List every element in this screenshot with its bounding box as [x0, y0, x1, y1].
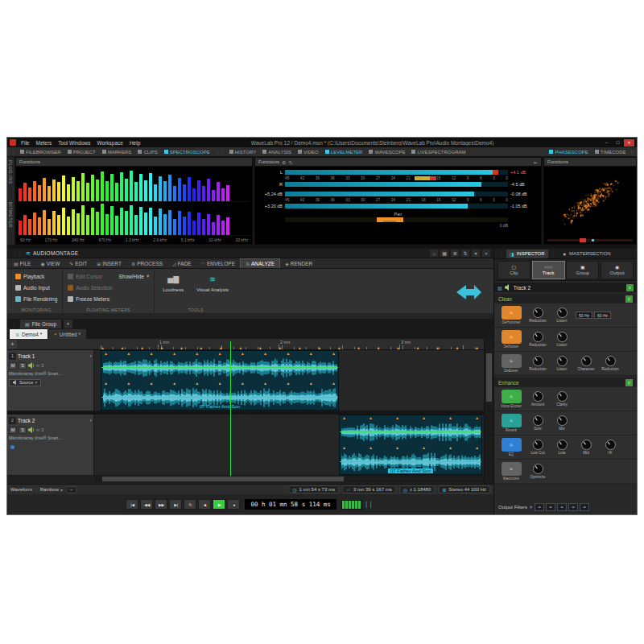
knob-low-cut[interactable]: Low Cut	[526, 440, 550, 455]
menu-icon[interactable]: ▾	[472, 250, 480, 257]
link-icon[interactable]: ∞	[36, 363, 39, 368]
tab-mastersection[interactable]: ★ MASTERSECTION	[559, 250, 614, 258]
audio-input-button[interactable]: Audio Input	[15, 283, 57, 292]
track-1-header[interactable]: 1 Track 1 ▾ M S ∞ ≡ Mikrofonarray (Intel…	[7, 350, 94, 411]
inspector-track-bar[interactable]: ▥ Track 2 ≡	[494, 283, 637, 292]
palette-dropdown[interactable]: Rainbow▾	[40, 487, 63, 493]
ribbon-tab-fade[interactable]: ◿FADE	[167, 258, 196, 268]
track-menu-icon[interactable]: ▾	[89, 353, 92, 358]
track-enable-icon[interactable]: ≡	[626, 284, 634, 291]
knob-dial[interactable]	[581, 440, 592, 450]
audio-selection-button[interactable]: Audio Selection	[68, 283, 112, 292]
zoom-factor-chip[interactable]: ◎x 1:18480	[399, 485, 436, 493]
knob-dial[interactable]	[557, 440, 568, 450]
rewind-button[interactable]: ◀◀	[140, 499, 153, 510]
close-button[interactable]: ×	[624, 139, 634, 147]
transport-time-display[interactable]: 00 h 01 mn 58 s 114 ms	[245, 499, 336, 510]
knob-listen[interactable]: Listen	[550, 332, 574, 347]
record-arm-indicator[interactable]	[10, 445, 14, 449]
selection-length-chip[interactable]: ↔3 mn 39 s 167 ms	[342, 485, 396, 493]
filter-slot-icon[interactable]: ≈	[580, 503, 589, 511]
chevron-down-icon[interactable]: ▾	[530, 504, 532, 510]
tool-tab-markers[interactable]: MARKERS	[99, 147, 135, 156]
module-deesser-button[interactable]: ≈DeEsser	[497, 354, 526, 373]
knob-dial[interactable]	[533, 356, 543, 366]
scrollbar-thumb[interactable]	[102, 477, 344, 481]
dock-icon[interactable]: ⇤	[534, 159, 538, 165]
module-denoiser-button[interactable]: ≈DeNoiser	[497, 330, 526, 349]
link-icon[interactable]: ∞	[36, 427, 39, 432]
view-mode-label[interactable]: Waveform	[10, 487, 32, 492]
ribbon-tab-render[interactable]: ◈RENDER	[280, 258, 317, 268]
forward-button[interactable]: ▶▶	[155, 499, 167, 510]
track-1-lane[interactable]: ▲▲▲▲▲▲▲▲▲▲▲ ▲▲▲▲▲▲▲▲▲▲▲ 07 Father And So…	[94, 350, 484, 411]
knob-amount[interactable]: Amount	[526, 391, 550, 407]
target-track[interactable]: ○○○Track	[532, 261, 565, 279]
target-output[interactable]: ◉Output	[601, 261, 634, 279]
stop-button[interactable]: ■	[198, 499, 211, 510]
mute-button[interactable]: M	[9, 427, 17, 434]
knob-reduction[interactable]: Reduction	[526, 308, 550, 323]
target-group[interactable]: ▣Group	[566, 261, 599, 279]
freeze-meters-button[interactable]: Freeze Meters	[68, 294, 112, 303]
tool-tab-history[interactable]: HISTORY	[226, 147, 259, 156]
knob-dial[interactable]	[557, 391, 568, 402]
track-menu-icon[interactable]: ▾	[89, 418, 92, 423]
filter-slot-icon[interactable]: ≈	[568, 503, 578, 511]
knob-dial[interactable]	[533, 464, 543, 474]
module-dehummer-button[interactable]: ≈DeHummer	[497, 306, 526, 324]
knob-hi[interactable]: Hi	[598, 440, 622, 455]
audio-clip[interactable]: ▲▲▲▲▲▲ ▲▲▲▲▲▲ 07 Father And Son	[339, 415, 482, 475]
filter-slot-icon[interactable]: ≈	[535, 503, 544, 511]
knob-reduction[interactable]: Reduction	[526, 356, 550, 371]
tool-tab-timecode[interactable]: TIMECODE	[592, 147, 630, 156]
module-voice-exciter-button[interactable]: ≈Voice Exciter	[497, 390, 526, 408]
maximize-button[interactable]: □	[613, 139, 623, 147]
knob-dial[interactable]	[557, 356, 568, 366]
ribbon-tab-analyze[interactable]: ≋ANALYZE	[240, 258, 280, 268]
menu-help[interactable]: Help	[126, 140, 143, 146]
monitor-speaker-icon[interactable]	[28, 362, 35, 369]
bitmeter-strip-tab[interactable]: BITMETER	[8, 202, 13, 228]
cursor-time-chip[interactable]: ◷1 mn 54 s 73 ms	[288, 485, 339, 493]
source-dropdown[interactable]: Source ▾	[9, 379, 41, 386]
ribbon-tab-edit[interactable]: ✎EDIT	[64, 258, 92, 268]
close-icon[interactable]: ×	[482, 250, 490, 257]
loop-button[interactable]: ↻	[184, 499, 196, 510]
knob-dial[interactable]	[605, 356, 616, 366]
knob-dial[interactable]	[533, 332, 543, 342]
minimize-button[interactable]: –	[601, 139, 612, 147]
play-button[interactable]: ▶	[213, 499, 225, 510]
loudness-button[interactable]: ▅▇ Loudness	[159, 271, 187, 305]
home-icon[interactable]: ⌂	[430, 250, 438, 257]
section-enable-icon[interactable]: ≡	[625, 295, 633, 303]
knob-dial[interactable]	[533, 391, 543, 402]
tool-tab-filebrowser[interactable]: FILEBROWSER	[17, 147, 64, 156]
zoom-out-button[interactable]: −	[66, 486, 77, 493]
list-icon[interactable]: ≣	[451, 250, 459, 257]
tool-tab-livespectrogram[interactable]: LIVESPECTROGRAM	[408, 147, 469, 156]
knob-mix[interactable]: Mix	[550, 415, 574, 431]
solo-button[interactable]: S	[19, 427, 27, 434]
ribbon-tab-view[interactable]: ◉VIEW	[35, 258, 64, 268]
plugins-strip-tab[interactable]: PLUG-INS	[8, 160, 13, 184]
show-hide-dropdown[interactable]: Show/Hide ▾	[118, 271, 149, 281]
knob-dial[interactable]	[533, 415, 543, 426]
track-options-icon[interactable]: ≡	[41, 363, 44, 368]
knob-listen[interactable]: Listen	[550, 308, 574, 323]
50-hz-button[interactable]: 50 Hz	[576, 312, 592, 319]
knob-low[interactable]: Low	[550, 440, 574, 455]
menu-tool-windows[interactable]: Tool Windows	[55, 140, 93, 146]
module-reverb-button[interactable]: ≈Reverb	[497, 414, 526, 432]
knob-dial[interactable]	[605, 440, 616, 450]
tool-tab-video[interactable]: VIDEO	[295, 147, 322, 156]
file-group-tab[interactable]: ▤ File Group	[20, 320, 61, 328]
module-eq-button[interactable]: ≈EQ	[497, 438, 526, 456]
vertical-scrollbar[interactable]	[484, 339, 493, 484]
ribbon-tab-file[interactable]: ▤FILE	[9, 258, 35, 268]
document-tab-untitled[interactable]: ≈Untitled *	[48, 329, 86, 339]
record-button[interactable]: ●	[227, 499, 240, 510]
ribbon-tab-envelope[interactable]: ◠ENVELOPE	[196, 258, 240, 268]
edit-cursor-button[interactable]: Edit Cursor	[68, 271, 112, 281]
track-2-header[interactable]: 2 Track 2 ▾ M S ∞ ≡ Mikrofonarray (Intel…	[7, 415, 94, 476]
